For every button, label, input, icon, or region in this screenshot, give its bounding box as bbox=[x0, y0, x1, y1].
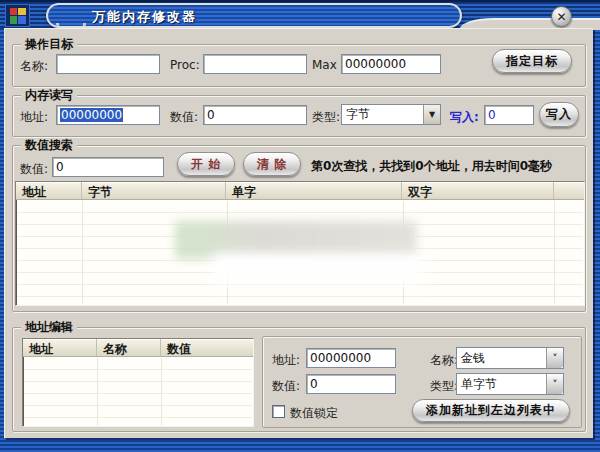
target-max-input[interactable] bbox=[341, 54, 441, 74]
column-header-name[interactable]: 名称 bbox=[97, 339, 161, 356]
column-header-value[interactable]: 数值 bbox=[161, 339, 253, 356]
chevron-down-icon[interactable]: ˅ bbox=[546, 374, 563, 394]
column-header-word[interactable]: 单字 bbox=[226, 182, 402, 199]
column-header-address[interactable]: 地址 bbox=[16, 182, 82, 199]
search-results-listview[interactable]: 地址 字节 单字 双字 bbox=[15, 181, 585, 306]
edit-list-body[interactable] bbox=[24, 358, 252, 425]
target-name-input[interactable] bbox=[56, 54, 160, 74]
search-status-text: 第0次查找，共找到0个地址，用去时间0毫秒 bbox=[311, 158, 552, 175]
close-icon[interactable]: ✕ bbox=[551, 6, 572, 27]
memory-type-select[interactable]: 字节 ▼ bbox=[341, 104, 441, 125]
edit-address-input[interactable] bbox=[306, 348, 396, 368]
write-value-input[interactable] bbox=[484, 105, 534, 125]
search-list-body[interactable] bbox=[17, 201, 583, 304]
write-label: 写入: bbox=[450, 109, 479, 126]
memory-type-label: 类型: bbox=[312, 109, 340, 126]
column-header-address[interactable]: 地址 bbox=[23, 339, 97, 356]
edit-value-input[interactable] bbox=[306, 374, 396, 394]
dropdown-arrow-icon[interactable]: ▼ bbox=[423, 105, 440, 124]
specify-target-button[interactable]: 指定目标 bbox=[492, 49, 572, 73]
column-header-dword[interactable]: 双字 bbox=[402, 182, 554, 199]
start-search-button[interactable]: 开 始 bbox=[177, 152, 235, 176]
edit-name-value: 金钱 bbox=[457, 350, 546, 367]
edit-name-select[interactable]: 金钱 ˅ bbox=[456, 347, 564, 369]
edit-list-header: 地址 名称 数值 bbox=[23, 339, 253, 357]
memory-value-label: 数值: bbox=[170, 109, 198, 126]
memory-value-input[interactable] bbox=[203, 105, 307, 125]
swoosh-decoration bbox=[50, 3, 92, 28]
column-header-spare[interactable] bbox=[554, 182, 584, 199]
edit-type-label: 类型: bbox=[430, 378, 458, 395]
edit-value-label: 数值: bbox=[272, 378, 300, 395]
column-header-byte[interactable]: 字节 bbox=[82, 182, 226, 199]
memory-address-label: 地址: bbox=[20, 109, 48, 126]
edit-name-label: 名称: bbox=[430, 352, 458, 369]
memory-group-title: 内存读写 bbox=[21, 88, 77, 102]
edit-group-title: 地址编辑 bbox=[21, 320, 77, 334]
target-name-label: 名称: bbox=[20, 58, 48, 75]
search-value-input[interactable] bbox=[52, 157, 164, 177]
search-value-label: 数值: bbox=[20, 161, 48, 178]
blurred-watermark bbox=[213, 253, 423, 285]
edit-type-value: 单字节 bbox=[457, 376, 546, 393]
target-proc-input[interactable] bbox=[203, 54, 307, 74]
saved-address-listview[interactable]: 地址 名称 数值 bbox=[22, 338, 254, 427]
search-list-header: 地址 字节 单字 双字 bbox=[16, 182, 584, 200]
value-lock-label: 数值锁定 bbox=[290, 405, 338, 422]
title-bar[interactable]: 万能内存修改器 ✕ bbox=[0, 0, 600, 28]
app-icon[interactable] bbox=[5, 4, 30, 27]
selected-text: 00000000 bbox=[60, 108, 123, 122]
memory-address-input[interactable]: 00000000 bbox=[56, 105, 160, 125]
window-title: 万能内存修改器 bbox=[92, 8, 197, 26]
target-group-title: 操作目标 bbox=[21, 37, 77, 51]
memory-type-value: 字节 bbox=[342, 106, 423, 123]
edit-type-select[interactable]: 单字节 ˅ bbox=[456, 373, 564, 395]
add-address-button[interactable]: 添加新址到左边列表中 bbox=[412, 399, 570, 422]
edit-address-label: 地址: bbox=[272, 352, 300, 369]
target-proc-label: Proc: bbox=[170, 58, 200, 72]
target-max-label: Max : bbox=[312, 58, 345, 72]
chevron-down-icon[interactable]: ˅ bbox=[546, 348, 563, 368]
value-lock-checkbox[interactable] bbox=[272, 405, 285, 418]
search-group-title: 数值搜索 bbox=[21, 138, 77, 152]
clear-search-button[interactable]: 清 除 bbox=[243, 152, 301, 176]
write-button[interactable]: 写入 bbox=[539, 102, 579, 127]
